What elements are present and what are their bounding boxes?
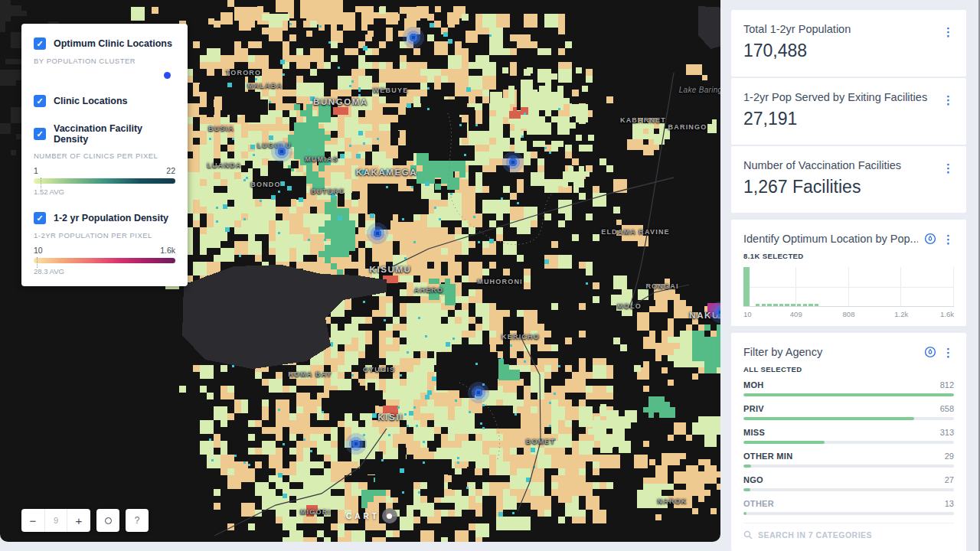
layer-label-optimum: Optimum Clinic Locations — [54, 38, 172, 49]
axis-tick-label: 1.2k — [894, 310, 908, 318]
clinic-location-marker[interactable] — [366, 222, 389, 245]
clinic-location-marker[interactable] — [270, 140, 293, 163]
category-row[interactable]: PRIV658 — [743, 404, 954, 420]
category-row[interactable]: MISS313 — [743, 428, 954, 444]
clinic-location-marker[interactable] — [501, 151, 524, 174]
layer-checkbox-optimum[interactable]: ✓ — [34, 37, 46, 50]
map-place-label: AHERO — [414, 286, 444, 294]
population-scale-min: 10 — [34, 246, 43, 255]
facility-avg-label: 1.52 AVG — [34, 187, 175, 196]
filter-droplet-icon[interactable] — [924, 233, 936, 245]
map-place-label: WEBUYE — [373, 86, 409, 94]
stat-widget-facility-count: Number of Vaccination Facilities ⋮ 1,267… — [731, 146, 966, 213]
map-controls: − 9 + ? — [21, 509, 149, 532]
category-value: 313 — [940, 428, 954, 437]
population-density-ramp — [34, 258, 175, 263]
map-place-label: BOMET — [526, 438, 556, 445]
category-label: NGO — [743, 475, 763, 484]
kebab-menu-icon[interactable]: ⋮ — [942, 26, 954, 37]
map-place-label: BUSIA — [208, 125, 234, 132]
category-label: OTHER — [743, 499, 774, 508]
kebab-menu-icon[interactable]: ⋮ — [942, 162, 954, 174]
map-place-label: ELDAMA RAVINE — [601, 228, 670, 236]
carto-logo-icon — [382, 508, 397, 523]
kebab-menu-icon[interactable]: ⋮ — [942, 94, 954, 106]
layer-sublabel-optimum: BY POPULATION CLUSTER — [34, 57, 175, 65]
layer-label-facility-density: Vaccination Facility Density — [54, 123, 175, 145]
category-value: 812 — [940, 380, 954, 390]
zoom-level-indicator: 9 — [44, 509, 67, 532]
map-place-label: HOMA BAY — [288, 370, 332, 378]
population-scale-max: 1.6k — [160, 246, 175, 255]
category-label: OTHER MIN — [743, 452, 792, 461]
axis-tick-label: 808 — [843, 310, 855, 318]
zoom-in-button[interactable]: + — [67, 509, 90, 532]
category-row[interactable]: OTHER MIN29 — [743, 452, 954, 468]
stat-title: 1-2yr Pop Served by Exiting Facilities — [743, 91, 936, 103]
category-value: 27 — [945, 475, 954, 484]
category-row[interactable]: NGO27 — [743, 475, 954, 491]
map-place-label: BARINGO — [668, 123, 707, 131]
histogram-bar — [791, 304, 795, 306]
map-place-label: BUTERE — [311, 187, 345, 195]
histogram-bar — [756, 304, 760, 306]
clinic-location-marker[interactable] — [402, 26, 425, 49]
layer-checkbox-clinics[interactable]: ✓ — [34, 95, 46, 107]
facility-density-ramp — [34, 178, 175, 184]
category-label: PRIV — [743, 404, 764, 413]
histogram-widget: Identify Optimum Location by Pop... ⋮ 8.… — [731, 220, 966, 326]
layer-checkbox-population-density[interactable]: ✓ — [34, 212, 46, 224]
histogram-bar — [808, 304, 813, 306]
clinic-location-marker[interactable] — [467, 381, 490, 404]
category-row[interactable]: MOH812 — [743, 380, 954, 396]
category-search[interactable]: SEARCH IN 7 CATEGORIES — [743, 523, 954, 540]
histogram-bar — [779, 304, 784, 306]
locate-button[interactable] — [96, 509, 119, 532]
category-list: MOH812PRIV658MISS313OTHER MIN29NGO27OTHE… — [743, 380, 954, 515]
stat-value: 170,488 — [743, 41, 954, 61]
histogram-bar — [785, 304, 789, 306]
histogram-plot[interactable] — [743, 267, 954, 307]
filter-by-agency-widget: Filter by Agency ⋮ ALL SELECTED MOH812PR… — [731, 333, 966, 551]
category-value: 13 — [945, 499, 954, 508]
map-place-label: OYUGIS — [363, 366, 395, 373]
histogram-widget-title: Identify Optimum Location by Pop... — [743, 233, 918, 245]
stat-value: 1,267 Facilities — [743, 177, 954, 197]
map-place-label: KISUMU — [370, 265, 412, 274]
histogram-bar — [762, 304, 766, 306]
circle-icon — [105, 517, 112, 524]
stat-title: Number of Vaccination Facilities — [743, 159, 936, 171]
stat-title: Total 1-2yr Population — [743, 23, 936, 35]
map-place-label: MUHORONI — [477, 278, 523, 285]
map-place-label: LUANDA — [207, 161, 241, 169]
category-row[interactable]: OTHER13 — [743, 499, 954, 515]
search-icon — [743, 530, 753, 540]
layer-legend-panel: ✓ Optimum Clinic Locations BY POPULATION… — [21, 24, 188, 286]
clinic-location-marker[interactable] — [345, 432, 368, 455]
carto-attribution[interactable]: CART — [346, 508, 397, 523]
axis-tick-label: 409 — [790, 310, 802, 318]
map-canvas[interactable]: TOROROMALABAWEBUYEBUNGOMAKABARNETBARINGO… — [0, 0, 720, 542]
histogram-bar — [803, 304, 808, 306]
layer-checkbox-facility-density[interactable]: ✓ — [34, 128, 46, 140]
layer-label-population-density: 1-2 yr Population Density — [54, 213, 168, 223]
category-value: 658 — [940, 404, 954, 413]
stat-value: 27,191 — [743, 109, 954, 129]
facility-avg-tick — [41, 178, 41, 188]
map-place-label: MALABA — [247, 82, 283, 90]
facility-scale-max: 22 — [166, 166, 175, 175]
widgets-sidebar: Total 1-2yr Population ⋮ 170,488 1-2yr P… — [720, 0, 980, 551]
map-place-label: KAKAMEGA — [356, 168, 418, 177]
kebab-menu-icon[interactable]: ⋮ — [942, 347, 954, 358]
category-label: MOH — [743, 380, 764, 390]
kebab-menu-icon[interactable]: ⋮ — [942, 233, 954, 245]
zoom-out-button[interactable]: − — [21, 509, 44, 532]
carto-logo-text: CART — [346, 512, 380, 520]
help-button[interactable]: ? — [126, 509, 149, 532]
filter-droplet-icon[interactable] — [924, 346, 936, 358]
histogram-bar — [773, 304, 778, 306]
map-place-label: MUMIAS — [305, 155, 338, 163]
stat-widget-total-population: Total 1-2yr Population ⋮ 170,488 — [731, 10, 966, 77]
cluster-dot-swatch — [164, 72, 171, 79]
population-avg-tick — [37, 257, 38, 268]
